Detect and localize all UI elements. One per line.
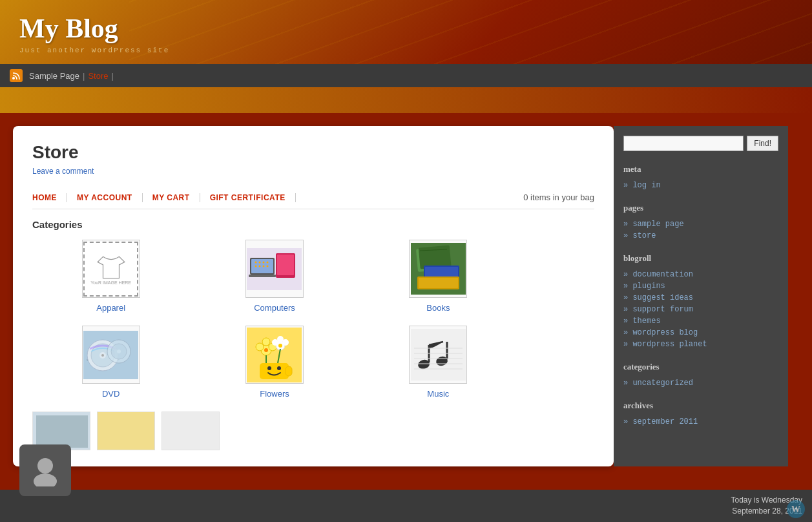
category-apparel-link[interactable]: Apparel xyxy=(96,303,125,313)
store-nav-my-cart[interactable]: MY CART xyxy=(143,193,200,202)
svg-point-10 xyxy=(267,261,269,263)
user-widget[interactable] xyxy=(19,444,71,496)
flowers-icon xyxy=(247,328,302,382)
svg-point-44 xyxy=(272,339,278,346)
blogroll-title: blogroll xyxy=(623,253,778,264)
sidebar-link-wordpress-blog[interactable]: wordpress blog xyxy=(623,327,778,339)
wave-bar xyxy=(0,87,812,113)
store-title: Store xyxy=(32,142,594,163)
svg-rect-61 xyxy=(36,415,88,448)
sidebar-link-support-forum[interactable]: support forum xyxy=(623,304,778,315)
category-music: Music xyxy=(360,326,517,399)
svg-point-39 xyxy=(256,343,264,351)
blog-subtitle: Just another WordPress site xyxy=(19,47,793,54)
svg-rect-33 xyxy=(260,363,289,379)
category-books-link[interactable]: Books xyxy=(426,303,450,313)
sidebar-link-store[interactable]: store xyxy=(623,230,778,242)
pages-title: pages xyxy=(623,203,778,213)
category-computers: Computers xyxy=(196,240,353,313)
sidebar-link-themes[interactable]: themes xyxy=(623,315,778,327)
svg-point-13 xyxy=(263,265,265,267)
svg-rect-17 xyxy=(419,245,452,269)
blog-title: My Blog xyxy=(19,13,793,44)
categories-section: categories uncategorized xyxy=(623,362,778,389)
sidebar-link-wordpress-planet[interactable]: wordpress planet xyxy=(623,339,778,350)
main-layout: Store Leave a comment HOME MY ACCOUNT MY… xyxy=(0,113,812,479)
svg-point-45 xyxy=(282,339,289,346)
category-dvd-img xyxy=(82,326,140,384)
rss-icon[interactable] xyxy=(10,69,23,82)
svg-rect-3 xyxy=(277,255,294,275)
navbar: Sample Page | Store | xyxy=(0,64,812,87)
partial-img-2 xyxy=(97,412,155,450)
svg-rect-6 xyxy=(249,275,276,277)
svg-rect-49 xyxy=(411,329,466,381)
svg-point-14 xyxy=(267,265,269,267)
sidebar-link-login[interactable]: log in xyxy=(623,180,778,191)
archives-section: archives september 2011 xyxy=(623,401,778,428)
nav-link-store[interactable]: Store xyxy=(88,71,108,81)
svg-point-28 xyxy=(101,354,104,357)
books-icon xyxy=(411,243,466,295)
svg-point-11 xyxy=(255,265,257,267)
content-area: Store Leave a comment HOME MY ACCOUNT MY… xyxy=(6,126,614,466)
svg-rect-62 xyxy=(98,412,155,450)
svg-point-0 xyxy=(12,77,15,79)
computers-icon xyxy=(247,248,302,290)
svg-point-46 xyxy=(278,344,282,348)
category-dvd-link[interactable]: DVD xyxy=(102,389,120,399)
cart-info: 0 items in your bag xyxy=(523,193,594,202)
sidebar-link-sample-page[interactable]: sample page xyxy=(623,218,778,230)
sidebar-link-uncategorized[interactable]: uncategorized xyxy=(623,377,778,389)
svg-rect-5 xyxy=(251,259,273,273)
dvd-icon xyxy=(83,331,138,379)
svg-text:W: W xyxy=(791,505,800,514)
sidebar: Find! meta log in pages sample page stor… xyxy=(614,126,788,466)
svg-point-38 xyxy=(262,338,270,346)
svg-point-36 xyxy=(277,366,281,370)
store-card: Store Leave a comment HOME MY ACCOUNT MY… xyxy=(13,126,614,466)
music-icon xyxy=(411,329,466,381)
svg-point-64 xyxy=(34,474,57,486)
partial-row xyxy=(32,412,594,450)
category-music-img xyxy=(409,326,467,384)
svg-point-63 xyxy=(37,458,53,474)
blogroll-section: blogroll documentation plugins suggest i… xyxy=(623,253,778,350)
store-nav-home[interactable]: HOME xyxy=(32,193,67,202)
category-flowers-link[interactable]: Flowers xyxy=(260,389,289,399)
store-nav-gift-certificate[interactable]: GIFT CERTIFICATE xyxy=(200,193,296,202)
svg-point-8 xyxy=(259,261,261,263)
sidebar-link-suggest-ideas[interactable]: suggest ideas xyxy=(623,292,778,304)
category-books-img xyxy=(409,240,467,298)
sidebar-link-documentation[interactable]: documentation xyxy=(623,269,778,280)
category-apparel-img: YouR IMAGE HERE xyxy=(82,240,140,298)
search-input[interactable] xyxy=(623,136,744,151)
meta-section: meta log in xyxy=(623,164,778,191)
search-button[interactable]: Find! xyxy=(747,136,778,151)
tshirt-icon xyxy=(95,251,127,284)
site-header: My Blog Just another WordPress site xyxy=(0,0,812,64)
search-widget: Find! xyxy=(623,136,778,151)
store-nav-my-account[interactable]: MY ACCOUNT xyxy=(67,193,143,202)
partial-img-3 xyxy=(161,412,220,450)
category-dvd: DVD xyxy=(32,326,189,399)
categories-grid: YouR IMAGE HERE Apparel xyxy=(32,240,517,399)
svg-rect-22 xyxy=(419,278,458,288)
svg-rect-34 xyxy=(286,366,292,376)
svg-point-12 xyxy=(259,265,261,267)
category-flowers-img xyxy=(245,326,304,384)
sidebar-link-september-2011[interactable]: september 2011 xyxy=(623,416,778,428)
sidebar-link-plugins[interactable]: plugins xyxy=(623,280,778,292)
category-computers-link[interactable]: Computers xyxy=(254,303,295,313)
leave-comment-link[interactable]: Leave a comment xyxy=(32,167,94,176)
category-music-link[interactable]: Music xyxy=(427,389,449,399)
nav-link-sample-page[interactable]: Sample Page xyxy=(29,71,79,81)
archives-title: archives xyxy=(623,401,778,411)
category-flowers: Flowers xyxy=(196,326,353,399)
wordpress-logo: W xyxy=(786,499,806,519)
nav-links: Sample Page | Store | xyxy=(29,71,114,81)
bottom-bar: Today is Wednesday September 28, 2011 W xyxy=(0,490,812,522)
user-avatar-icon xyxy=(29,454,61,486)
svg-point-35 xyxy=(267,366,271,370)
category-apparel: YouR IMAGE HERE Apparel xyxy=(32,240,189,313)
